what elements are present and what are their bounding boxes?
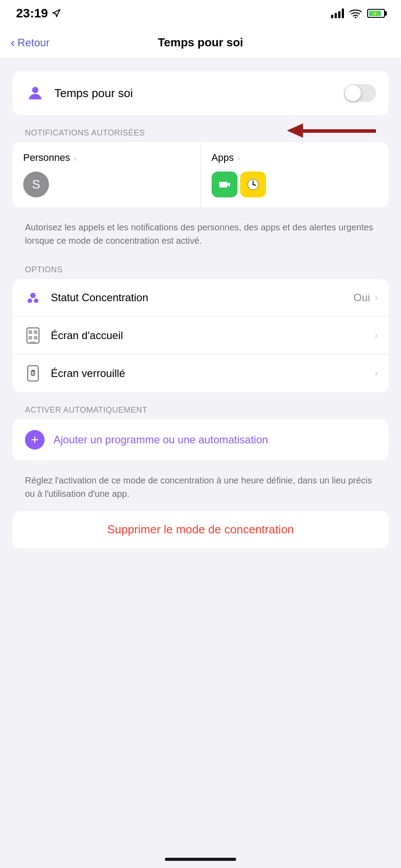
ecran-accueil-chevron-icon: › bbox=[375, 330, 378, 341]
home-indicator bbox=[165, 858, 236, 861]
statut-concentration-row[interactable]: Statut Concentration Oui › bbox=[12, 279, 389, 317]
concentration-icon bbox=[23, 288, 43, 307]
add-program-row[interactable]: + Ajouter un programme ou une automatisa… bbox=[12, 419, 389, 460]
back-chevron-icon: ‹ bbox=[11, 37, 15, 49]
delete-card[interactable]: Supprimer le mode de concentration bbox=[12, 511, 389, 548]
ecran-verrouille-chevron-icon: › bbox=[375, 368, 378, 379]
plus-icon: + bbox=[31, 433, 39, 446]
auto-activate-section-label: ACTIVER AUTOMATIQUEMENT bbox=[12, 397, 389, 419]
person-svg bbox=[26, 84, 45, 102]
status-icons: ⚡ bbox=[331, 8, 385, 18]
ecran-accueil-row[interactable]: Écran d'accueil › bbox=[12, 317, 389, 355]
back-button[interactable]: ‹ Retour bbox=[11, 37, 49, 49]
options-section-label: OPTIONS bbox=[12, 257, 389, 279]
red-arrow-annotation bbox=[287, 123, 376, 140]
status-time: 23:19 bbox=[16, 6, 61, 20]
svg-point-12 bbox=[28, 299, 32, 303]
svg-rect-18 bbox=[34, 336, 37, 340]
app-icons bbox=[212, 172, 378, 197]
auto-activate-card: + Ajouter un programme ou une automatisa… bbox=[12, 419, 389, 460]
svg-rect-3 bbox=[300, 129, 376, 133]
clock-icon-svg bbox=[245, 176, 261, 192]
auto-activate-description: Réglez l'activation de ce mode de concen… bbox=[12, 466, 389, 511]
home-screen-icon bbox=[23, 326, 43, 345]
facetime-icon-svg bbox=[217, 176, 233, 192]
person-icon bbox=[25, 83, 45, 103]
home-screen-svg bbox=[25, 327, 41, 344]
toggle-knob bbox=[345, 85, 361, 101]
svg-marker-4 bbox=[287, 123, 303, 138]
clock-app-icon bbox=[240, 172, 266, 197]
main-content: Temps pour soi NOTIFICATIONS AUTORISÉES … bbox=[0, 59, 401, 566]
svg-point-2 bbox=[32, 87, 38, 93]
status-bar: 23:19 ⚡ bbox=[0, 0, 401, 27]
back-label: Retour bbox=[17, 37, 49, 49]
arrow-svg bbox=[287, 123, 376, 139]
toggle-switch[interactable] bbox=[344, 84, 376, 102]
delete-label: Supprimer le mode de concentration bbox=[107, 523, 294, 536]
main-toggle-card: Temps pour soi bbox=[12, 71, 389, 115]
ecran-verrouille-row[interactable]: Écran verrouillé › bbox=[12, 355, 389, 392]
person-avatar: S bbox=[23, 172, 49, 197]
ecran-accueil-label: Écran d'accueil bbox=[51, 329, 375, 342]
personnes-section[interactable]: Personnes › S bbox=[12, 142, 201, 207]
svg-rect-15 bbox=[29, 330, 32, 334]
location-icon bbox=[52, 8, 61, 18]
svg-point-22 bbox=[33, 373, 34, 375]
svg-rect-19 bbox=[30, 342, 36, 343]
nav-title: Temps pour soi bbox=[158, 36, 243, 49]
facetime-app-icon bbox=[212, 172, 237, 197]
add-program-label: Ajouter un programme ou une automatisati… bbox=[53, 433, 268, 446]
svg-marker-0 bbox=[53, 10, 60, 17]
svg-point-1 bbox=[355, 17, 356, 18]
notifications-section-header: NOTIFICATIONS AUTORISÉES bbox=[12, 120, 389, 142]
svg-point-10 bbox=[252, 184, 254, 185]
svg-rect-14 bbox=[27, 328, 39, 343]
concentration-svg bbox=[25, 289, 41, 306]
apps-title: Apps › bbox=[212, 152, 378, 164]
personnes-label: Personnes bbox=[23, 152, 70, 164]
add-circle-icon: + bbox=[25, 430, 45, 450]
personnes-chevron-icon: › bbox=[74, 153, 77, 163]
options-card: Statut Concentration Oui › Écran d'accue… bbox=[12, 279, 389, 392]
toggle-row: Temps pour soi bbox=[12, 71, 389, 115]
battery-fill: ⚡ bbox=[369, 11, 381, 16]
toggle-row-left: Temps pour soi bbox=[25, 83, 133, 103]
ecran-verrouille-label: Écran verrouillé bbox=[51, 367, 375, 380]
battery: ⚡ bbox=[367, 9, 385, 18]
notifications-description: Autorisez les appels et les notification… bbox=[12, 213, 389, 257]
apps-chevron-icon: › bbox=[237, 153, 241, 163]
toggle-label: Temps pour soi bbox=[54, 86, 133, 100]
svg-point-11 bbox=[30, 293, 36, 298]
lock-screen-icon bbox=[23, 364, 43, 383]
apps-section[interactable]: Apps › bbox=[201, 142, 389, 207]
wifi-icon bbox=[349, 8, 362, 18]
avatar-letter: S bbox=[32, 177, 41, 192]
svg-point-13 bbox=[34, 299, 38, 303]
time-display: 23:19 bbox=[16, 6, 48, 20]
nav-bar: ‹ Retour Temps pour soi bbox=[0, 27, 401, 59]
statut-concentration-chevron-icon: › bbox=[375, 292, 378, 303]
signal-bars bbox=[331, 8, 344, 18]
battery-bolt-icon: ⚡ bbox=[372, 11, 378, 16]
svg-rect-16 bbox=[34, 330, 37, 334]
battery-container: ⚡ bbox=[367, 9, 385, 18]
statut-concentration-label: Statut Concentration bbox=[51, 291, 353, 304]
statut-concentration-value: Oui bbox=[353, 291, 370, 304]
notifications-card: Personnes › S Apps › bbox=[12, 142, 389, 207]
apps-label: Apps bbox=[212, 152, 234, 164]
personnes-title: Personnes › bbox=[23, 152, 190, 164]
svg-rect-17 bbox=[29, 336, 32, 340]
lock-screen-svg bbox=[27, 365, 39, 382]
